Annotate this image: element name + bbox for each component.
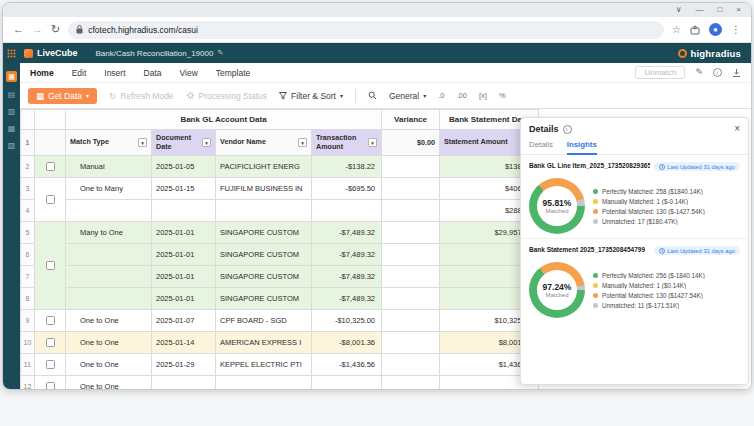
- cell-document-date[interactable]: 2025-01-14: [152, 332, 216, 354]
- cell-document-date[interactable]: 2025-01-01: [152, 288, 216, 310]
- cell-match-type[interactable]: [66, 288, 152, 310]
- cell-match-type[interactable]: [66, 244, 152, 266]
- cell-variance[interactable]: [382, 354, 440, 376]
- browser-menu-icon[interactable]: ⋮: [731, 25, 741, 35]
- cell-document-date[interactable]: 2025-01-01: [152, 266, 216, 288]
- cell-variance[interactable]: [382, 376, 440, 390]
- cell-document-date[interactable]: 2025-01-05: [152, 156, 216, 178]
- cell-vendor-name[interactable]: FUJIFILM BUSINESS IN: [216, 178, 312, 200]
- row-number[interactable]: 7: [21, 266, 35, 288]
- cell-transaction-amount[interactable]: -$7,489.32: [312, 266, 382, 288]
- app-launcher-icon[interactable]: [3, 49, 20, 58]
- extensions-icon[interactable]: [690, 25, 700, 35]
- filter-caret-icon[interactable]: ▾: [138, 138, 147, 147]
- cell-transaction-amount[interactable]: [312, 200, 382, 222]
- download-icon[interactable]: [732, 68, 741, 78]
- cell-variance[interactable]: [382, 266, 440, 288]
- menu-data[interactable]: Data: [144, 68, 162, 78]
- filter-caret-icon[interactable]: ▾: [298, 138, 307, 147]
- checkbox-cell[interactable]: [35, 354, 66, 376]
- info-icon[interactable]: i: [563, 125, 572, 134]
- row-number[interactable]: 9: [21, 310, 35, 332]
- cell-transaction-amount[interactable]: -$7,489.32: [312, 222, 382, 244]
- row-number[interactable]: 12: [21, 376, 35, 390]
- window-menu-icon[interactable]: ∨: [676, 6, 682, 14]
- checkbox-cell[interactable]: [35, 310, 66, 332]
- cell-match-type[interactable]: Many to One: [66, 222, 152, 244]
- menu-home[interactable]: Home: [30, 68, 54, 78]
- row-checkbox[interactable]: [46, 195, 55, 204]
- unmatch-button[interactable]: Unmatch: [635, 66, 685, 79]
- rail-sheets-icon[interactable]: ▤: [8, 91, 16, 99]
- checkbox-cell[interactable]: [35, 376, 66, 390]
- cell-vendor-name[interactable]: SINGAPORE CUSTOM: [216, 244, 312, 266]
- maximize-icon[interactable]: □: [717, 6, 722, 14]
- edit-pencil-icon[interactable]: ✎: [217, 49, 223, 57]
- menu-view[interactable]: View: [180, 68, 198, 78]
- cell-transaction-amount[interactable]: -$7,489.32: [312, 244, 382, 266]
- cell-match-type[interactable]: [66, 266, 152, 288]
- menu-insert[interactable]: Insert: [104, 68, 125, 78]
- rail-settings-icon[interactable]: ▧: [8, 142, 16, 150]
- cell-document-date[interactable]: 2025-01-29: [152, 354, 216, 376]
- filter-sort-button[interactable]: Filter & Sort ▾: [279, 91, 343, 101]
- rail-data-icon[interactable]: ▦: [8, 125, 16, 133]
- row-number[interactable]: 4: [21, 200, 35, 222]
- cell-document-date[interactable]: 2025-01-15: [152, 178, 216, 200]
- checkbox-cell[interactable]: [35, 156, 66, 178]
- row-number[interactable]: 3: [21, 178, 35, 200]
- tab-insights[interactable]: Insights: [567, 137, 597, 155]
- row-checkbox[interactable]: [46, 261, 55, 270]
- row-checkbox[interactable]: [46, 162, 55, 171]
- checkbox-cell[interactable]: [35, 222, 66, 310]
- cell-transaction-amount[interactable]: -$1,436.56: [312, 354, 382, 376]
- url-bar[interactable]: cfotech.highradius.com/casui: [68, 21, 664, 39]
- row-checkbox[interactable]: [46, 360, 55, 369]
- col-header-transaction-amount[interactable]: Transaction Amount ▾: [312, 130, 382, 156]
- cell-match-type[interactable]: One to One: [66, 332, 152, 354]
- cell-match-type[interactable]: Manual: [66, 156, 152, 178]
- cell-transaction-amount[interactable]: -$8,001.36: [312, 332, 382, 354]
- row-number[interactable]: 1: [21, 130, 35, 156]
- cell-vendor-name[interactable]: [216, 200, 312, 222]
- cell-vendor-name[interactable]: SINGAPORE CUSTOM: [216, 288, 312, 310]
- cell-vendor-name[interactable]: PACIFICLIGHT ENERG: [216, 156, 312, 178]
- cell-document-date[interactable]: 2025-01-01: [152, 222, 216, 244]
- cell-transaction-amount[interactable]: -$138.22: [312, 156, 382, 178]
- refresh-mode-button[interactable]: ↻ Refresh Mode: [109, 91, 174, 101]
- cell-variance[interactable]: [382, 200, 440, 222]
- menu-template[interactable]: Template: [216, 68, 251, 78]
- cell-variance[interactable]: [382, 310, 440, 332]
- menu-edit[interactable]: Edit: [72, 68, 87, 78]
- get-data-button[interactable]: ▦ Get Data ▾: [28, 88, 97, 104]
- cell-match-type[interactable]: [66, 200, 152, 222]
- search-icon[interactable]: [368, 91, 377, 100]
- cell-variance[interactable]: [382, 156, 440, 178]
- tab-details[interactable]: Details: [529, 137, 553, 154]
- rail-reports-icon[interactable]: ▥: [8, 108, 16, 116]
- back-icon[interactable]: ←: [13, 24, 24, 35]
- cell-variance[interactable]: [382, 288, 440, 310]
- filter-caret-icon[interactable]: ▾: [368, 138, 377, 147]
- cell-transaction-amount[interactable]: [312, 376, 382, 390]
- cell-vendor-name[interactable]: [216, 376, 312, 390]
- increase-decimal-icon[interactable]: .00: [457, 91, 467, 100]
- cell-vendor-name[interactable]: AMERICAN EXPRESS I: [216, 332, 312, 354]
- row-checkbox[interactable]: [46, 316, 55, 325]
- cell-document-date[interactable]: 2025-01-07: [152, 310, 216, 332]
- cell-document-date[interactable]: [152, 200, 216, 222]
- row-number[interactable]: 2: [21, 156, 35, 178]
- minimize-icon[interactable]: —: [695, 6, 703, 14]
- col-header-document-date[interactable]: Document Date ▾: [152, 130, 216, 156]
- checkbox-cell[interactable]: [35, 332, 66, 354]
- close-icon[interactable]: ×: [736, 6, 741, 14]
- variance-total-cell[interactable]: $0.00: [382, 130, 440, 156]
- filter-caret-icon[interactable]: ▾: [202, 138, 211, 147]
- row-number[interactable]: 5: [21, 222, 35, 244]
- cell-variance[interactable]: [382, 222, 440, 244]
- cell-variance[interactable]: [382, 244, 440, 266]
- forward-icon[interactable]: →: [32, 24, 43, 35]
- cell-transaction-amount[interactable]: -$10,325.00: [312, 310, 382, 332]
- profile-avatar[interactable]: ●: [709, 23, 722, 36]
- panel-close-icon[interactable]: ×: [734, 124, 740, 134]
